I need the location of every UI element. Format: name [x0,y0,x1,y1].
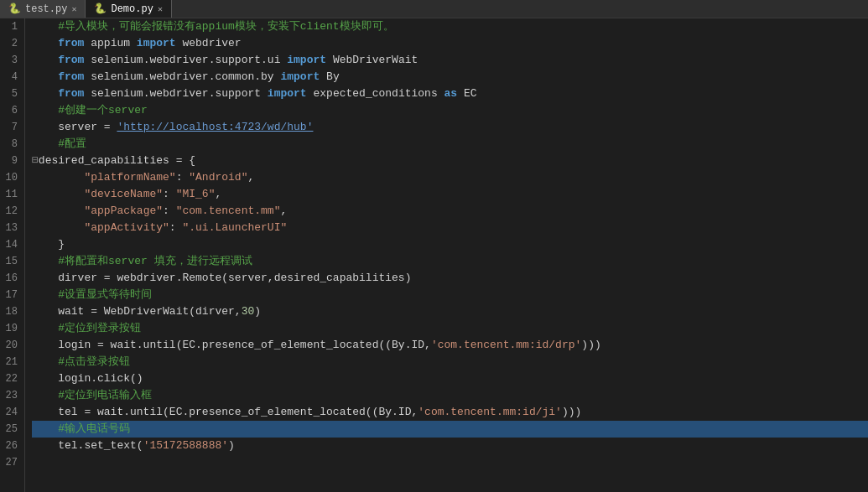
comment-23: #定位到电话输入框 [32,387,152,404]
tab-test[interactable]: 🐍 test.py ✕ [0,0,86,18]
code-line-1: #导入模块，可能会报错没有appium模块，安装下client模块即可。 [32,18,868,35]
ln-18: 18 [4,303,18,320]
code-line-2: from appium import webdriver [32,35,868,52]
code-2b: webdriver [176,35,242,52]
code-11b: : [163,186,176,203]
code-line-25: #输入电话号码 [32,421,868,438]
tab-demo[interactable]: 🐍 Demo.py ✕ [86,0,171,18]
num-18: 30 [242,303,255,320]
code-10b: : [176,169,190,186]
code-line-12: "appPackage" : "com.tencent.mm" , [32,203,868,220]
code-13a [32,220,84,236]
code-26b: ) [228,438,235,454]
code-line-6: #创建一个server [32,102,868,119]
code-11a [32,186,84,203]
code-area[interactable]: #导入模块，可能会报错没有appium模块，安装下client模块即可。 fro… [25,18,868,492]
ln-23: 23 [4,387,18,404]
code-18b: ) [254,303,261,320]
ln-24: 24 [4,404,18,421]
tab-test-icon: 🐍 [8,3,21,15]
code-line-20: login = wait.until(EC.presence_of_elemen… [32,337,868,354]
ln-11: 11 [4,186,18,203]
code-12c: , [280,203,287,220]
code-line-4: from selenium.webdriver.common.by import… [32,69,868,85]
code-14a: } [32,236,65,253]
url-7: 'http://localhost:4723/wd/hub' [117,119,313,136]
str-26: '15172588888' [143,438,228,454]
code-line-14: } [32,236,868,253]
ln-27: 27 [4,454,18,471]
code-line-8: #配置 [32,136,868,153]
ln-21: 21 [4,354,18,370]
str-10a: "platformName" [84,169,175,186]
ln-3: 3 [4,52,18,69]
ln-25: 25 [4,421,18,438]
code-3b: WebDriverWait [326,52,418,69]
comment-8: #配置 [32,136,86,153]
str-20: 'com.tencent.mm:id/drp' [431,337,581,354]
kw-from-2: from [32,35,84,52]
ln-13: 13 [4,220,18,236]
kw-from-4: from [32,69,84,85]
code-18a: wait = WebDriverWait(dirver, [32,303,242,320]
code-12a [32,203,84,220]
ln-19: 19 [4,320,18,337]
kw-import-2: import [137,35,176,52]
code-line-18: wait = WebDriverWait(dirver, 30 ) [32,303,868,320]
ln-26: 26 [4,438,18,454]
code-line-23: #定位到电话输入框 [32,387,868,404]
kw-from-5: from [32,85,84,102]
str-12b: "com.tencent.mm" [176,203,281,220]
ln-16: 16 [4,270,18,287]
ln-6: 6 [4,102,18,119]
kw-as-5: as [444,85,458,102]
str-24: 'com.tencent.mm:id/ji' [418,404,562,421]
kw-import-5: import [268,85,307,102]
comment-17: #设置显式等待时间 [32,287,152,303]
ln-8: 8 [4,136,18,153]
code-line-24: tel = wait.until(EC.presence_of_element_… [32,404,868,421]
kw-from-3: from [32,52,84,69]
code-line-11: "deviceName" : "MI_6" , [32,186,868,203]
tab-demo-close[interactable]: ✕ [158,4,163,14]
ln-7: 7 [4,119,18,136]
str-12a: "appPackage" [84,203,163,220]
code-12b: : [163,203,176,220]
ln-1: 1 [4,18,18,35]
ln-5: 5 [4,85,18,102]
code-4b: By [320,69,339,85]
ln-10: 10 [4,169,18,186]
comment-6: #创建一个server [32,102,148,119]
code-line-13: "appActivity" : ".ui.LauncherUI" [32,220,868,236]
tab-test-label: test.py [25,3,67,15]
code-3a: selenium.webdriver.support.ui [84,52,287,69]
code-line-17: #设置显式等待时间 [32,287,868,303]
code-26a: tel.set_text( [32,438,143,454]
ln-22: 22 [4,370,18,387]
code-line-10: "platformName" : "Android" , [32,169,868,186]
code-line-22: login.click() [32,370,868,387]
comment-1: #导入模块，可能会报错没有appium模块，安装下client模块即可。 [32,18,394,35]
str-11a: "deviceName" [84,186,163,203]
code-line-9: ⊟ desired_capabilities = { [32,153,868,169]
code-5b: expected_conditions [307,85,444,102]
code-22: login.click() [32,370,143,387]
tab-demo-label: Demo.py [111,3,153,15]
ln-20: 20 [4,337,18,354]
code-10c: , [247,169,254,186]
code-line-16: dirver = webdriver.Remote(server,desired… [32,270,868,287]
code-2a: appium [84,35,136,52]
tab-test-close[interactable]: ✕ [71,4,76,14]
code-9a: desired_capabilities = { [39,153,195,169]
code-13b: : [169,220,183,236]
code-line-26: tel.set_text( '15172588888' ) [32,438,868,454]
code-20a: login = wait.until(EC.presence_of_elemen… [32,337,431,354]
code-line-21: #点击登录按钮 [32,354,868,370]
empty-27 [32,454,39,471]
code-16: dirver = webdriver.Remote(server,desired… [32,270,411,287]
ln-15: 15 [4,253,18,270]
code-24b: ))) [562,404,581,421]
code-11c: , [215,186,221,203]
editor: 1 2 3 4 5 6 7 8 9 10 11 12 13 14 15 16 1… [0,18,868,492]
kw-import-4: import [280,69,320,85]
